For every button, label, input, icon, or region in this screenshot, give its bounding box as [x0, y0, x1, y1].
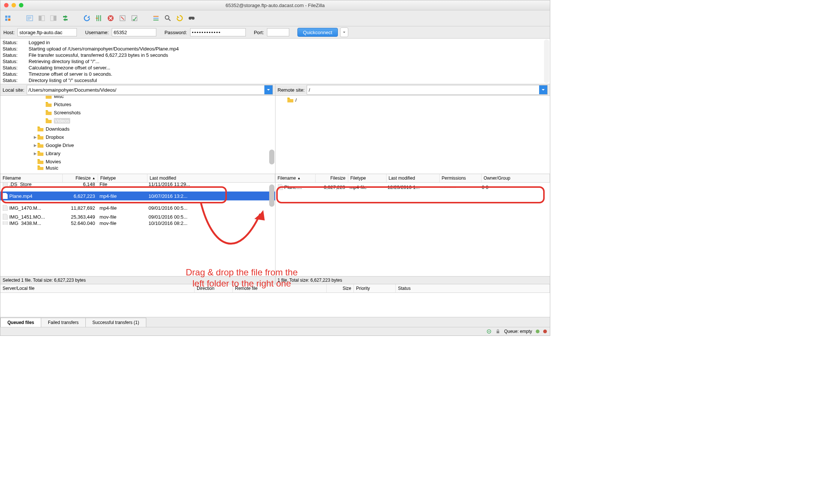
tree-item[interactable]: Screenshots	[0, 108, 275, 117]
qcol-priority[interactable]: Priority	[354, 284, 396, 292]
col-filetype[interactable]: Filetype	[98, 174, 147, 182]
log-message: File transfer successful, transferred 6,…	[29, 52, 168, 58]
transfer-queue: Server/Local file Direction Remote file …	[0, 284, 550, 317]
file-row[interactable]: IMG_1451.MO...25,363,449mov-file09/01/20…	[0, 212, 275, 221]
col-filename[interactable]: Filename	[0, 174, 63, 182]
file-row[interactable]: Plane....6,627,223mp4-file12/23/2016 1..…	[275, 183, 550, 192]
queue-body[interactable]	[0, 293, 550, 317]
password-input[interactable]	[190, 28, 246, 36]
file-permissions: ----------	[438, 184, 480, 190]
local-file-status: Selected 1 file. Total size: 6,627,223 b…	[0, 276, 275, 284]
message-log[interactable]: Status:Logged inStatus:Starting upload o…	[0, 39, 550, 84]
username-label: Username:	[85, 30, 109, 35]
log-scrollbar[interactable]	[544, 39, 549, 83]
log-label: Status:	[3, 65, 29, 71]
local-site-combo[interactable]: /Users/romainpohyer/Documents/Videos/	[27, 85, 273, 95]
tab-successful-transfers[interactable]: Successful transfers (1)	[85, 318, 146, 327]
file-type: mov-file	[97, 221, 146, 225]
search-button[interactable]	[162, 13, 173, 24]
col-lastmod[interactable]: Last modified	[147, 174, 275, 182]
tree-item[interactable]: Pictures	[0, 100, 275, 108]
host-input[interactable]	[17, 28, 77, 36]
dropdown-icon[interactable]	[264, 85, 273, 94]
toggle-remote-tree-button[interactable]	[48, 13, 59, 24]
site-manager-button[interactable]	[3, 13, 14, 24]
col-permissions[interactable]: Permissions	[440, 174, 482, 182]
tree-item[interactable]: ▶Dropbox	[0, 133, 275, 141]
file-modified: 09/01/2016 00:5...	[146, 205, 218, 211]
local-file-header: Filename Filesize▲ Filetype Last modifie…	[0, 174, 275, 183]
quickconnect-button[interactable]: Quickconnect	[297, 28, 338, 37]
col-filetype[interactable]: Filetype	[348, 174, 387, 182]
toggle-local-tree-button[interactable]	[36, 13, 47, 24]
local-tree[interactable]: MiscPicturesScreenshotsVideosDownloads▶D…	[0, 96, 275, 174]
refresh-button[interactable]	[81, 13, 92, 24]
port-input[interactable]	[267, 28, 289, 36]
tree-item[interactable]: ▶Library	[0, 149, 275, 157]
col-filesize[interactable]: Filesize	[316, 174, 348, 182]
tree-item[interactable]: Movies	[0, 157, 275, 166]
tree-item-label: /	[296, 97, 297, 103]
local-tree-scrollbar[interactable]	[269, 96, 274, 173]
local-site-path: /Users/romainpohyer/Documents/Videos/	[29, 87, 117, 93]
file-row[interactable]: .DS_Store6,148File11/11/2016 11:29...	[0, 183, 275, 189]
col-owner[interactable]: Owner/Group	[482, 174, 550, 182]
dropdown-icon[interactable]	[539, 85, 547, 94]
tree-item[interactable]: ▶Google Drive	[0, 141, 275, 149]
local-file-scrollbar[interactable]	[269, 183, 274, 283]
remote-site-combo[interactable]: /	[307, 85, 548, 95]
qcol-direction[interactable]: Direction	[195, 284, 233, 292]
file-size: 11,827,692	[62, 205, 97, 211]
log-label: Status:	[3, 77, 29, 84]
filter-button[interactable]	[150, 13, 162, 24]
file-size: 6,148	[62, 183, 97, 187]
file-name: IMG_3438.M...	[9, 221, 41, 225]
compare-button[interactable]	[174, 13, 185, 24]
toggle-log-button[interactable]	[24, 13, 35, 24]
remote-file-rows[interactable]: Plane....6,627,223mp4-file12/23/2016 1..…	[275, 183, 550, 276]
disclosure-triangle-icon[interactable]: ▶	[33, 151, 38, 156]
file-size: 6,627,223	[315, 184, 348, 190]
col-filesize[interactable]: Filesize▲	[63, 174, 98, 182]
remote-file-status: 1 file. Total size: 6,627,223 bytes	[275, 276, 550, 284]
qcol-status[interactable]: Status	[396, 284, 550, 292]
username-input[interactable]	[112, 28, 156, 36]
col-lastmod[interactable]: Last modified	[387, 174, 440, 182]
qcol-localfile[interactable]: Server/Local file	[0, 284, 195, 292]
sync-browse-button[interactable]	[186, 13, 197, 24]
file-type: mp4-file	[97, 193, 146, 199]
reconnect-button[interactable]	[129, 13, 140, 24]
process-queue-button[interactable]	[93, 13, 104, 24]
quickconnect-history-dropdown[interactable]	[340, 27, 348, 37]
col-filename[interactable]: Filename▲	[275, 174, 316, 182]
tree-item[interactable]: Videos	[0, 117, 275, 125]
queue-header: Server/Local file Direction Remote file …	[0, 284, 550, 293]
local-file-rows[interactable]: .DS_Store6,148File11/11/2016 11:29...Pla…	[0, 183, 275, 276]
file-row[interactable]: Plane.mp46,627,223mp4-file10/07/2016 13:…	[0, 192, 275, 200]
remote-tree[interactable]: /	[275, 96, 550, 174]
disclosure-triangle-icon[interactable]: ▶	[33, 135, 38, 139]
qcol-size[interactable]: Size	[327, 284, 354, 292]
toggle-queue-button[interactable]	[60, 13, 71, 24]
site-path-bar: Local site: /Users/romainpohyer/Document…	[0, 84, 550, 96]
tree-item[interactable]: Downloads	[0, 125, 275, 133]
file-type: mp4-file	[348, 184, 385, 190]
local-pane: MiscPicturesScreenshotsVideosDownloads▶D…	[0, 96, 275, 284]
local-site-label: Local site:	[3, 87, 25, 93]
tree-item[interactable]: Music	[0, 166, 275, 170]
file-modified: 10/07/2016 13:2...	[146, 193, 218, 199]
tab-failed-transfers[interactable]: Failed transfers	[41, 318, 86, 327]
file-size: 52,640,040	[62, 221, 97, 225]
file-name: Plane....	[284, 184, 302, 190]
disconnect-button[interactable]	[117, 13, 128, 24]
tab-queued-files[interactable]: Queued files	[0, 318, 41, 327]
svg-rect-11	[54, 16, 56, 21]
disclosure-triangle-icon[interactable]: ▶	[33, 143, 38, 147]
tree-item-label: Screenshots	[54, 110, 81, 115]
file-row[interactable]: IMG_3438.M...52,640,040mov-file10/10/201…	[0, 221, 275, 225]
cancel-button[interactable]	[105, 13, 116, 24]
tree-item[interactable]: /	[275, 96, 550, 104]
qcol-remotefile[interactable]: Remote file	[233, 284, 327, 292]
tree-item[interactable]: Misc	[0, 96, 275, 100]
file-row[interactable]: IMG_1470.M...11,827,692mp4-file09/01/201…	[0, 203, 275, 212]
